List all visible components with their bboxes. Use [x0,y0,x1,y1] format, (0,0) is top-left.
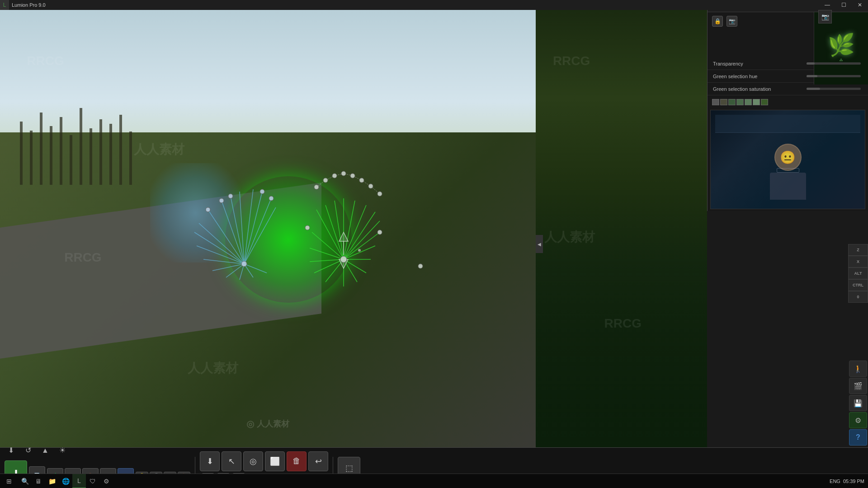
green-sat-fill [807,88,820,90]
windows-taskbar: ⊞ 🔍 🖥 📁 🌐 L 🛡 ⚙ ENG 05:39 PM [0,474,868,488]
alt-key[interactable]: ALT [848,267,868,279]
green-hue-slider[interactable] [807,75,861,77]
toolbar-top-row: ⬇ ↺ ▲ ☀ [5,444,190,457]
panel-collapse-button[interactable]: ◀ [536,235,543,253]
task-view-icon[interactable]: 🖥 [32,474,45,488]
maximize-button[interactable]: ☐ [835,0,852,10]
color-swatch-7[interactable] [761,99,768,105]
bottom-logo: ◎ 人人素材 [246,418,289,429]
search-taskbar-icon[interactable]: 🔍 [18,474,32,488]
bottom-action-panel: 🚶 🎬 💾 ⚙ ? [848,359,868,447]
person-view-button[interactable]: 🚶 [849,361,867,377]
green-hue-label: Green selection hue [713,74,807,79]
terrain-icon-btn[interactable]: ▲ [39,444,52,457]
transparency-slider[interactable] [807,62,861,65]
transparency-label: Transparency [713,61,807,66]
color-swatch-2[interactable] [720,99,727,105]
transparency-fill [807,62,815,65]
green-sat-label: Green selection saturation [713,86,807,92]
undo-button[interactable]: ↩ [308,451,328,471]
webcam-shelf [715,115,860,133]
action-tools-row: ⬇ ↖ ◎ ⬜ 🗑 ↩ [200,451,328,471]
properties-panel: 🌿 Little Jess 01 🔒 📷 🌿 ☘ Transparency Gr… [707,0,868,211]
titlebar-app-icon: L [0,0,9,10]
x-key[interactable]: X [848,256,868,267]
webcam-body [770,173,806,200]
movie-view-button[interactable]: 🎬 [849,378,867,394]
selected-plant-green [225,176,352,303]
main-viewport[interactable]: RRCG 人人素材 RRCG 人人素材 ◎ 人人素材 [0,10,536,447]
thumb-plant-figure: 🌿 [828,34,855,56]
lumion-taskbar-icon[interactable]: L [72,474,86,488]
weather-icon-btn[interactable]: ☀ [56,444,69,457]
select-area-button[interactable]: ⬜ [265,451,285,471]
right-scene-area: RRCG 人人素材 RRCG [536,10,707,447]
color-strip-row [708,96,868,108]
green-sat-row: Green selection saturation [708,83,868,95]
minimize-button[interactable]: — [819,0,835,10]
keyboard-shortcuts-panel: Z X ALT CTRL 0 [848,244,868,303]
refresh-icon-btn[interactable]: ↺ [22,444,34,457]
lock-button[interactable]: 🔒 [712,16,723,27]
titlebar: L Lumion Pro 9.0 — ☐ ✕ [0,0,868,10]
file-explorer-icon[interactable]: 📁 [45,474,59,488]
keyboard-lang: ENG [830,479,840,484]
webcam-glasses [777,168,799,173]
browser-icon[interactable]: 🌐 [59,474,72,488]
taskbar-right-area: ENG 05:39 PM [830,479,868,484]
color-swatch-4[interactable] [736,99,744,105]
rotate-tool-button[interactable]: ◎ [243,451,263,471]
help-button[interactable]: ? [849,429,867,446]
webcam-face: 😐 [774,144,802,171]
color-swatch-3[interactable] [728,99,736,105]
color-swatch-1[interactable] [712,99,719,105]
defender-icon[interactable]: 🛡 [86,474,99,488]
download-icon-btn[interactable]: ⬇ [5,444,17,457]
delete-button[interactable]: 🗑 [287,451,307,471]
save-button[interactable]: 💾 [849,395,867,411]
titlebar-controls: — ☐ ✕ [819,0,868,10]
prop-icon-area: 🔒 📷 🌿 ☘ [708,12,868,57]
settings-button[interactable]: ⚙ [849,412,867,428]
webcam-container: 😐 [711,110,865,209]
close-button[interactable]: ✕ [852,0,868,10]
ctrl-key[interactable]: CTRL [848,279,868,291]
green-hue-fill [807,75,817,77]
titlebar-title: Lumion Pro 9.0 [9,2,819,8]
color-swatch-5[interactable] [745,99,752,105]
camera-button[interactable]: 📷 [726,16,737,27]
z-key[interactable]: Z [848,244,868,256]
move-down-button[interactable]: ⬇ [200,451,220,471]
green-sat-slider[interactable] [807,88,861,90]
taskbar-time: 05:39 PM [843,479,864,484]
color-swatch-6[interactable] [753,99,760,105]
snapshot-button[interactable]: 📷 [818,10,832,23]
start-button[interactable]: ⊞ [0,474,18,488]
unselected-plant-blue [150,163,241,263]
trees-background [16,32,311,185]
webcam-feed: 😐 [710,110,865,209]
zero-key[interactable]: 0 [848,291,868,303]
thumb-label: ☘ [839,58,843,63]
settings-taskbar-icon[interactable]: ⚙ [99,474,113,488]
move-tool-button[interactable]: ↖ [222,451,241,471]
